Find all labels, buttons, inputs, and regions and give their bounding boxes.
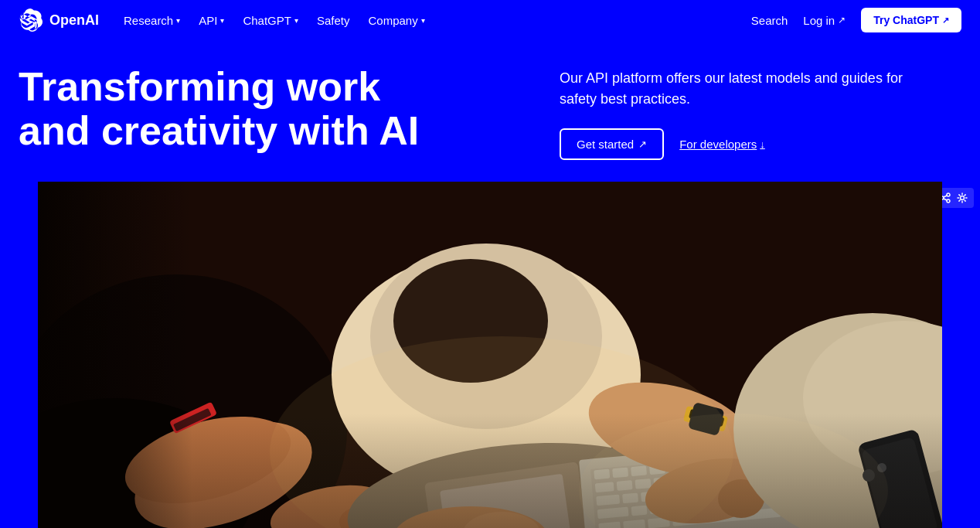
api-chevron: ▾ [220,16,224,25]
svg-point-7 [961,196,965,200]
logo-area[interactable]: OpenAI [19,8,99,32]
research-chevron: ▾ [176,16,180,25]
brand-name: OpenAI [49,12,99,29]
hero-title: Transforming work and creativity with AI [19,65,451,153]
hero-section: Transforming work and creativity with AI… [0,40,980,182]
hero-image-container [0,182,980,528]
search-link[interactable]: Search [751,14,788,27]
scene-svg [38,182,942,528]
nav-research[interactable]: Research ▾ [124,14,180,27]
get-started-button[interactable]: Get started ↗ [560,128,664,160]
svg-point-2 [947,193,950,196]
navbar: OpenAI Research ▾ API ▾ ChatGPT ▾ Safety… [0,0,980,40]
nav-chatgpt[interactable]: ChatGPT ▾ [243,14,298,27]
nav-company[interactable]: Company ▾ [368,14,424,27]
try-chatgpt-button[interactable]: Try ChatGPT ↗ [861,8,961,32]
nav-api[interactable]: API ▾ [199,14,224,27]
svg-rect-89 [38,414,942,528]
nav-safety[interactable]: Safety [317,14,350,27]
openai-logo [19,8,43,32]
hero-buttons: Get started ↗ For developers ↓ [560,128,961,160]
company-chevron: ▾ [421,16,425,25]
hero-left: Transforming work and creativity with AI [19,65,513,153]
hero-image [38,182,942,528]
settings-icon[interactable] [955,191,969,205]
svg-line-5 [944,196,947,197]
svg-line-6 [944,199,947,200]
login-link[interactable]: Log in ↗ [803,14,846,27]
hero-description: Our API platform offers our latest model… [560,68,931,110]
navbar-right: Search Log in ↗ Try ChatGPT ↗ [751,8,961,32]
for-developers-button[interactable]: For developers ↓ [679,138,765,151]
svg-point-4 [947,199,950,203]
hero-right: Our API platform offers our latest model… [560,65,961,160]
navbar-left: OpenAI Research ▾ API ▾ ChatGPT ▾ Safety… [19,8,425,32]
chatgpt-chevron: ▾ [294,16,298,25]
nav-links: Research ▾ API ▾ ChatGPT ▾ Safety Compan… [124,14,425,27]
